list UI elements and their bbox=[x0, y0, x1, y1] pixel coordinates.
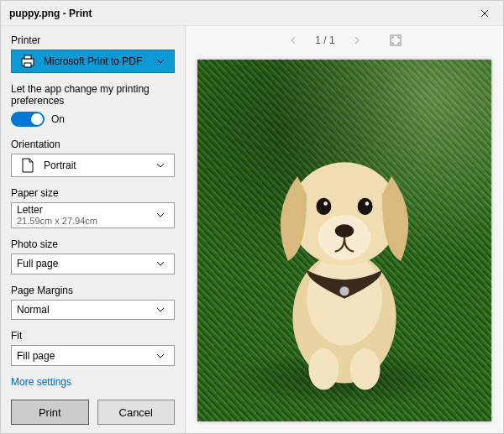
svg-point-14 bbox=[365, 201, 369, 205]
fit-page-button[interactable] bbox=[389, 34, 402, 47]
svg-rect-1 bbox=[24, 55, 31, 59]
pref-text: Let the app change my printing preferenc… bbox=[11, 83, 175, 107]
margins-select[interactable]: Normal bbox=[11, 300, 175, 321]
svg-rect-3 bbox=[391, 35, 401, 45]
puppy-image bbox=[250, 103, 438, 400]
svg-point-12 bbox=[358, 198, 373, 215]
margins-value: Normal bbox=[17, 304, 50, 316]
printer-icon bbox=[17, 50, 39, 72]
cancel-button[interactable]: Cancel bbox=[97, 400, 176, 425]
svg-rect-2 bbox=[24, 63, 31, 67]
svg-point-10 bbox=[335, 224, 354, 238]
printer-select[interactable]: Microsoft Print to PDF bbox=[11, 50, 175, 73]
chevron-down-icon bbox=[152, 59, 169, 64]
print-dialog: puppy.png - Print Printer Microsoft Prin… bbox=[0, 0, 504, 434]
window-title: puppy.png - Print bbox=[9, 8, 92, 19]
margins-label: Page Margins bbox=[11, 285, 175, 296]
fit-select[interactable]: Fill page bbox=[11, 345, 175, 366]
close-button[interactable] bbox=[465, 1, 503, 26]
fit-label: Fit bbox=[11, 330, 175, 342]
preview-pane: 1 / 1 bbox=[186, 26, 503, 433]
orientation-select[interactable]: Portrait bbox=[11, 154, 175, 177]
photo-label: Photo size bbox=[11, 238, 175, 250]
paper-value: Letter bbox=[17, 204, 97, 216]
prev-page-button[interactable] bbox=[286, 34, 300, 47]
chevron-down-icon bbox=[152, 307, 169, 312]
toggle-state: On bbox=[51, 113, 65, 125]
print-button[interactable]: Print bbox=[11, 400, 89, 425]
pref-toggle[interactable] bbox=[11, 112, 45, 127]
preview-toolbar: 1 / 1 bbox=[186, 26, 503, 55]
chevron-down-icon bbox=[152, 163, 169, 168]
paper-sub: 21.59cm x 27.94cm bbox=[17, 216, 97, 227]
fit-value: Fill page bbox=[17, 350, 55, 362]
close-icon bbox=[480, 9, 489, 18]
portrait-icon bbox=[17, 154, 39, 176]
preview-area bbox=[186, 55, 503, 433]
svg-point-15 bbox=[339, 286, 349, 295]
settings-panel: Printer Microsoft Print to PDF Let the a… bbox=[1, 26, 186, 433]
arrow-right-icon bbox=[353, 36, 361, 44]
svg-point-6 bbox=[308, 348, 339, 390]
chevron-down-icon bbox=[152, 261, 169, 266]
orientation-value: Portrait bbox=[44, 159, 76, 171]
chevron-down-icon bbox=[152, 212, 169, 217]
svg-point-13 bbox=[323, 201, 327, 205]
paper-label: Paper size bbox=[11, 187, 175, 199]
preview-page bbox=[197, 60, 491, 421]
fit-page-icon bbox=[390, 34, 402, 46]
photo-value: Full page bbox=[17, 258, 58, 269]
orientation-label: Orientation bbox=[11, 139, 175, 150]
more-settings-link[interactable]: More settings bbox=[11, 376, 175, 388]
paper-select[interactable]: Letter 21.59cm x 27.94cm bbox=[11, 202, 175, 228]
svg-point-7 bbox=[350, 348, 381, 390]
action-buttons: Print Cancel bbox=[11, 400, 175, 425]
next-page-button[interactable] bbox=[350, 34, 364, 47]
arrow-left-icon bbox=[289, 36, 297, 44]
printer-value: Microsoft Print to PDF bbox=[44, 55, 142, 67]
photo-select[interactable]: Full page bbox=[11, 254, 175, 275]
svg-point-11 bbox=[316, 198, 331, 215]
dialog-body: Printer Microsoft Print to PDF Let the a… bbox=[1, 26, 503, 433]
titlebar: puppy.png - Print bbox=[1, 1, 503, 26]
printer-label: Printer bbox=[11, 34, 175, 46]
pref-toggle-row: On bbox=[11, 112, 175, 127]
chevron-down-icon bbox=[152, 353, 169, 358]
toggle-knob bbox=[31, 113, 43, 125]
page-indicator: 1 / 1 bbox=[315, 34, 334, 46]
